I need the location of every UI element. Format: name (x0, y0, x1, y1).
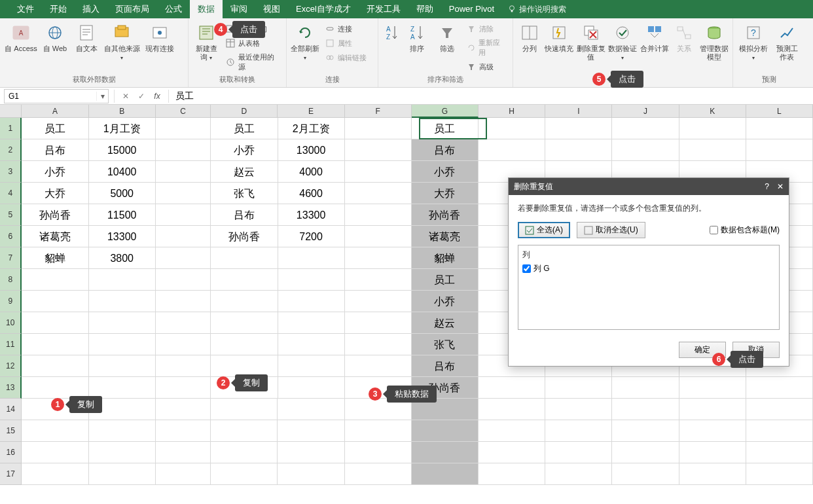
cell[interactable] (679, 399, 746, 420)
col-header[interactable]: C (156, 105, 211, 118)
row-header[interactable]: 7 (0, 247, 22, 269)
cell[interactable] (211, 291, 278, 312)
refresh-all-button[interactable]: 全部刷新 ▾ (289, 21, 321, 62)
cell[interactable] (345, 312, 412, 334)
cell[interactable] (345, 161, 412, 183)
cell[interactable] (545, 377, 612, 399)
cell[interactable]: 小乔 (412, 291, 479, 312)
cell[interactable] (612, 399, 679, 420)
cell[interactable] (278, 269, 345, 291)
cell[interactable] (479, 377, 545, 399)
cell[interactable] (746, 377, 813, 399)
cell[interactable] (156, 420, 211, 442)
cell[interactable]: 员工 (211, 118, 278, 139)
cell[interactable]: 大乔 (22, 183, 88, 204)
cell[interactable] (211, 463, 278, 485)
cell[interactable]: 15000 (89, 139, 156, 161)
cell[interactable] (345, 226, 412, 247)
cell[interactable] (156, 463, 211, 485)
connections-button[interactable]: 连接 (321, 22, 370, 35)
dialog-titlebar[interactable]: 删除重复值 ? ✕ (509, 178, 789, 195)
cell[interactable]: 吕布 (211, 204, 278, 226)
cell[interactable] (156, 312, 211, 334)
deselect-all-button[interactable]: 取消全选(U) (577, 222, 645, 238)
cell[interactable]: 3800 (89, 247, 156, 269)
row-header[interactable]: 12 (0, 355, 22, 377)
whatif-button[interactable]: ? 模拟分析 ▾ (736, 21, 772, 62)
row-header[interactable]: 3 (0, 161, 22, 183)
row-header[interactable]: 5 (0, 204, 22, 226)
cell[interactable] (345, 442, 412, 463)
row-header[interactable]: 9 (0, 291, 22, 312)
cell[interactable]: 13300 (278, 204, 345, 226)
enter-formula-button[interactable]: ✓ (134, 89, 149, 103)
cell[interactable]: 11500 (89, 204, 156, 226)
col-header[interactable]: D (211, 105, 278, 118)
cell[interactable] (278, 463, 344, 485)
row-header[interactable]: 1 (0, 118, 22, 139)
cell[interactable]: 吕布 (412, 139, 479, 161)
cell[interactable] (746, 399, 813, 420)
cell[interactable] (89, 355, 156, 377)
cell-ref-input[interactable] (5, 92, 96, 101)
cell[interactable]: 孙尚香 (22, 204, 88, 226)
col-header[interactable]: G (412, 105, 479, 118)
cell[interactable]: 13300 (89, 226, 156, 247)
row-header[interactable]: 8 (0, 269, 22, 291)
tab-file[interactable]: 文件 (9, 0, 42, 18)
col-header[interactable]: K (679, 105, 746, 118)
cell[interactable] (278, 312, 345, 334)
row-header[interactable]: 17 (0, 463, 22, 485)
cell[interactable] (211, 399, 278, 420)
cell[interactable]: 貂蝉 (22, 247, 88, 269)
col-header[interactable]: B (89, 105, 156, 118)
cell[interactable] (479, 420, 545, 442)
cell[interactable] (22, 312, 88, 334)
help-icon[interactable]: ? (765, 182, 769, 191)
cell[interactable] (278, 399, 344, 420)
cell[interactable] (211, 247, 278, 269)
tab-formula[interactable]: 公式 (157, 0, 190, 18)
row-header[interactable]: 6 (0, 226, 22, 247)
cell[interactable]: 吕布 (412, 355, 479, 377)
from-web-button[interactable]: 自 Web (39, 21, 71, 53)
cell[interactable]: 诸葛亮 (412, 226, 479, 247)
cell[interactable] (278, 377, 345, 399)
cell[interactable] (345, 269, 412, 291)
col-header[interactable]: E (278, 105, 344, 118)
consolidate-button[interactable]: 合并计算 (639, 21, 671, 53)
relations-button[interactable]: 关系 (670, 21, 698, 53)
cell[interactable] (156, 399, 211, 420)
row-header[interactable]: 10 (0, 312, 22, 334)
cell[interactable]: 10400 (89, 161, 156, 183)
cell[interactable] (412, 463, 479, 485)
cell[interactable]: 大乔 (412, 183, 479, 204)
row-header[interactable]: 4 (0, 183, 22, 204)
cell[interactable] (211, 312, 278, 334)
tab-dev[interactable]: 开发工具 (359, 0, 408, 18)
cell[interactable]: 4000 (278, 161, 345, 183)
cell[interactable]: 吕布 (22, 139, 88, 161)
cancel-formula-button[interactable]: ✕ (118, 89, 133, 103)
cell[interactable]: 貂蝉 (412, 247, 479, 269)
sort-button[interactable]: ZA 排序 (402, 21, 432, 53)
cell[interactable] (22, 355, 88, 377)
cell[interactable] (156, 226, 211, 247)
cell[interactable] (278, 334, 345, 355)
cell[interactable] (89, 269, 156, 291)
cell[interactable] (156, 355, 211, 377)
cell[interactable]: 张飞 (412, 334, 479, 355)
cell[interactable] (612, 442, 679, 463)
cell[interactable]: 孙尚香 (211, 226, 278, 247)
cell[interactable] (345, 291, 412, 312)
from-text-button[interactable]: 自文本 (71, 21, 102, 53)
cell[interactable] (412, 442, 479, 463)
remove-duplicates-button[interactable]: 删除重复值 (575, 21, 607, 62)
cell[interactable] (345, 247, 412, 269)
cell[interactable] (278, 355, 345, 377)
cell[interactable] (89, 442, 156, 463)
cell[interactable]: 小乔 (211, 139, 278, 161)
cell[interactable] (545, 399, 612, 420)
cell[interactable]: 2月工资 (278, 118, 345, 139)
cell[interactable] (746, 420, 813, 442)
